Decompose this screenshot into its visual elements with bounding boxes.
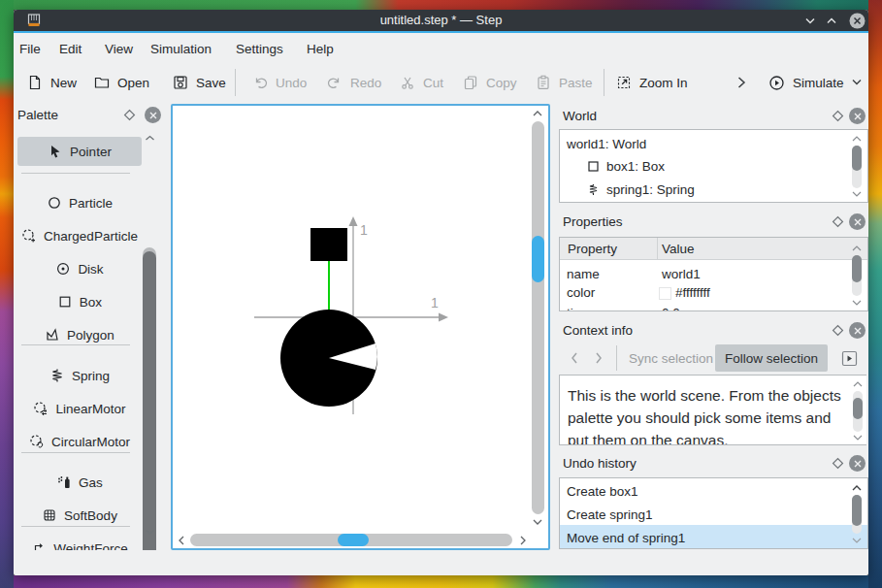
canvas-vscrollbar-track[interactable] bbox=[532, 121, 544, 514]
minimize-button[interactable] bbox=[803, 16, 817, 26]
palette-item-particle[interactable]: Particle bbox=[17, 188, 142, 217]
palette-item-linearmotor[interactable]: LinearMotor bbox=[17, 394, 142, 423]
canvas-scroll-up-icon[interactable] bbox=[531, 109, 544, 118]
context-scrollbar-thumb[interactable] bbox=[853, 398, 863, 419]
context-scroll-down-icon[interactable] bbox=[852, 434, 864, 441]
world-panel-title: World bbox=[563, 109, 597, 123]
palette-scroll-down-icon[interactable] bbox=[144, 528, 156, 537]
menu-file[interactable]: File bbox=[16, 39, 45, 60]
context-close-icon[interactable] bbox=[849, 322, 866, 339]
context-scroll-up-icon[interactable] bbox=[852, 380, 864, 388]
close-button[interactable] bbox=[849, 13, 866, 29]
properties-scrollbar-thumb[interactable] bbox=[852, 255, 862, 282]
tree-item-world1[interactable]: world1: World bbox=[567, 137, 646, 151]
redo-button[interactable]: Redo bbox=[327, 69, 381, 96]
palette-item-chargedparticle[interactable]: ChargedParticle bbox=[17, 221, 142, 250]
titlebar[interactable]: untitled.step * — Step bbox=[14, 10, 868, 31]
toolbar-separator bbox=[604, 69, 604, 96]
world-float-icon[interactable] bbox=[832, 110, 844, 122]
palette-scroll-up-icon[interactable] bbox=[144, 134, 156, 143]
palette-close-icon[interactable] bbox=[145, 107, 161, 123]
new-button[interactable]: New bbox=[27, 69, 77, 96]
undo-icon bbox=[252, 75, 268, 90]
menu-settings[interactable]: Settings bbox=[232, 39, 287, 60]
menu-edit[interactable]: Edit bbox=[55, 39, 85, 60]
canvas-scroll-down-icon[interactable] bbox=[531, 517, 544, 527]
context-forward-icon[interactable] bbox=[592, 349, 605, 367]
prop-name-value[interactable]: world1 bbox=[662, 267, 701, 281]
simulate-button[interactable]: Simulate bbox=[768, 69, 844, 96]
undo-button[interactable]: Undo bbox=[252, 69, 307, 96]
context-back-icon[interactable] bbox=[568, 349, 581, 367]
prop-name[interactable]: name bbox=[567, 267, 600, 281]
charged-particle-icon bbox=[21, 228, 37, 244]
palette-scrollbar-thumb[interactable] bbox=[143, 251, 156, 550]
undo-scroll-up-icon[interactable] bbox=[850, 483, 864, 493]
world-scroll-up-icon[interactable] bbox=[851, 135, 863, 143]
window-title: untitled.step * — Step bbox=[14, 10, 868, 31]
palette-item-pointer[interactable]: Pointer bbox=[17, 137, 142, 166]
toolbar-separator bbox=[235, 69, 236, 96]
canvas-scroll-right-icon[interactable] bbox=[518, 534, 528, 547]
palette-item-weightforce[interactable]: WeightForce bbox=[17, 534, 142, 550]
cut-scissors-icon bbox=[400, 75, 415, 90]
palette-item-box[interactable]: Box bbox=[17, 287, 142, 316]
canvas-hscrollbar-thumb[interactable] bbox=[338, 534, 369, 546]
tree-item-box1[interactable]: box1: Box bbox=[587, 159, 665, 174]
menu-view[interactable]: View bbox=[101, 39, 137, 60]
follow-selection-button[interactable]: Follow selection bbox=[715, 344, 828, 372]
canvas-scroll-left-icon[interactable] bbox=[177, 534, 186, 547]
titlebar-accent-line bbox=[14, 31, 868, 33]
disk1-shape[interactable] bbox=[280, 310, 377, 407]
simulate-play-icon bbox=[768, 75, 785, 91]
prop-color-value[interactable]: #ffffffff bbox=[675, 285, 710, 300]
context-toolbar-separator bbox=[616, 345, 617, 371]
context-panel-title: Context info bbox=[563, 323, 633, 338]
properties-float-icon[interactable] bbox=[832, 215, 844, 228]
toolbar-overflow-chevron-icon[interactable] bbox=[734, 74, 749, 91]
palette-item-gas[interactable]: Gas bbox=[17, 468, 142, 497]
undo-scrollbar-thumb[interactable] bbox=[852, 495, 862, 526]
zoom-in-button[interactable]: Zoom In bbox=[616, 69, 688, 96]
properties-table: Property Value name world1 color #ffffff… bbox=[559, 237, 868, 311]
properties-scroll-down-icon[interactable] bbox=[851, 299, 863, 307]
save-button[interactable]: Save bbox=[173, 69, 226, 96]
undo-item-1[interactable]: Create spring1 bbox=[567, 507, 653, 522]
prop-color[interactable]: color bbox=[567, 285, 595, 300]
undo-close-icon[interactable] bbox=[849, 455, 866, 472]
context-float-icon[interactable] bbox=[832, 324, 844, 337]
menu-simulation[interactable]: Simulation bbox=[147, 39, 215, 60]
menu-help[interactable]: Help bbox=[303, 39, 338, 60]
palette-item-spring[interactable]: Spring bbox=[17, 361, 142, 390]
gas-icon bbox=[56, 474, 72, 490]
world-close-icon[interactable] bbox=[849, 108, 866, 124]
palette-item-disk[interactable]: Disk bbox=[17, 254, 142, 283]
undo-item-2-selected[interactable]: Move end of spring1 bbox=[560, 525, 867, 549]
world-canvas[interactable]: 1 1 bbox=[171, 104, 550, 550]
prop-time-value[interactable]: 0.0 s bbox=[662, 306, 690, 311]
context-detach-icon[interactable] bbox=[841, 350, 858, 367]
world-scroll-down-icon[interactable] bbox=[851, 190, 863, 198]
canvas-vscrollbar-thumb[interactable] bbox=[532, 236, 544, 282]
box-icon bbox=[587, 160, 600, 173]
undo-item-0[interactable]: Create box1 bbox=[567, 484, 638, 499]
undo-scroll-down-icon[interactable] bbox=[851, 537, 863, 544]
undo-float-icon[interactable] bbox=[832, 457, 844, 470]
copy-button[interactable]: Copy bbox=[463, 69, 517, 96]
disk-icon bbox=[55, 261, 71, 277]
maximize-button[interactable] bbox=[825, 16, 838, 26]
palette-float-icon[interactable] bbox=[123, 109, 136, 121]
prop-time[interactable]: time bbox=[567, 306, 592, 311]
simulate-dropdown-chevron-icon[interactable] bbox=[850, 77, 864, 88]
box-icon bbox=[57, 294, 73, 310]
app-window: untitled.step * — Step File Edit View Si… bbox=[14, 10, 868, 575]
open-button[interactable]: Open bbox=[94, 69, 149, 96]
paste-button[interactable]: Paste bbox=[536, 69, 593, 96]
sync-selection-button[interactable]: Sync selection bbox=[629, 351, 713, 366]
world-scrollbar-thumb[interactable] bbox=[852, 146, 862, 171]
properties-close-icon[interactable] bbox=[849, 213, 866, 230]
properties-scroll-up-icon[interactable] bbox=[851, 245, 863, 252]
tree-item-spring1[interactable]: spring1: Spring bbox=[587, 182, 695, 197]
box1-shape[interactable] bbox=[310, 228, 347, 261]
cut-button[interactable]: Cut bbox=[400, 69, 443, 96]
